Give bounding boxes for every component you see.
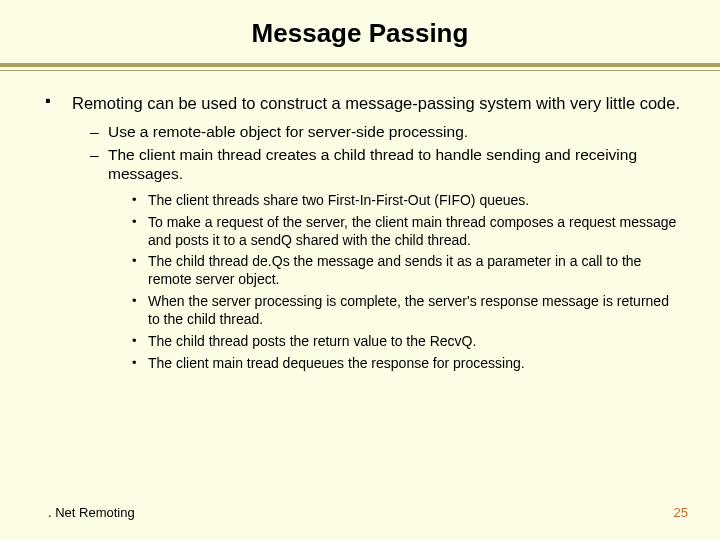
bullet-l2: The client main thread creates a child t… <box>90 145 684 373</box>
bullet-l3: When the server processing is complete, … <box>132 293 684 329</box>
title-divider <box>0 63 720 71</box>
bullet-l3: The client main tread dequeues the respo… <box>132 355 684 373</box>
footer-left: . Net Remoting <box>48 505 135 520</box>
bullet-l1-text: Remoting can be used to construct a mess… <box>72 94 680 112</box>
slide-number: 25 <box>674 505 688 520</box>
slide-footer: . Net Remoting 25 <box>0 505 720 520</box>
bullet-l2-text: The client main thread creates a child t… <box>108 146 637 182</box>
bullet-l1: Remoting can be used to construct a mess… <box>40 93 684 373</box>
bullet-l2: Use a remote-able object for server-side… <box>90 122 684 141</box>
bullet-l3-text: The child thread posts the return value … <box>148 333 476 349</box>
bullet-l3-text: To make a request of the server, the cli… <box>148 214 676 248</box>
bullet-l3: The client threads share two First-In-Fi… <box>132 192 684 210</box>
bullet-l3-text: The client main tread dequeues the respo… <box>148 355 525 371</box>
bullet-l3: To make a request of the server, the cli… <box>132 214 684 250</box>
bullet-l3: The child thread posts the return value … <box>132 333 684 351</box>
bullet-l3-text: The child thread de.Qs the message and s… <box>148 253 641 287</box>
slide-title: Message Passing <box>0 0 720 63</box>
bullet-l2-text: Use a remote-able object for server-side… <box>108 123 468 140</box>
slide-content: Remoting can be used to construct a mess… <box>0 93 720 373</box>
bullet-l3: The child thread de.Qs the message and s… <box>132 253 684 289</box>
bullet-l3-text: When the server processing is complete, … <box>148 293 669 327</box>
bullet-l3-text: The client threads share two First-In-Fi… <box>148 192 529 208</box>
